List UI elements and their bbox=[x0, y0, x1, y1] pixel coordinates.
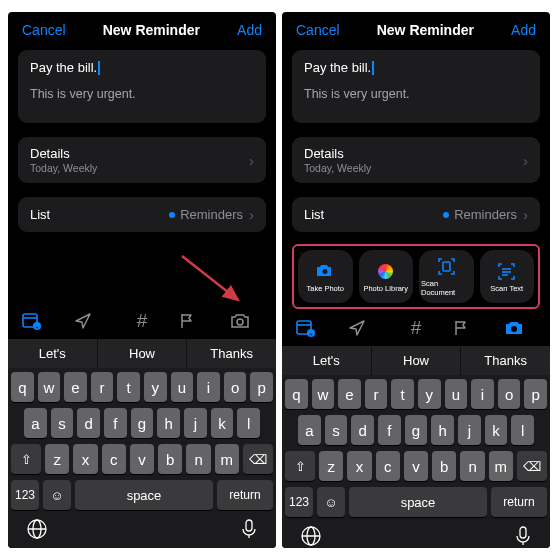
key-x[interactable]: x bbox=[347, 451, 371, 481]
key-t[interactable]: t bbox=[391, 379, 414, 409]
globe-icon[interactable] bbox=[26, 518, 48, 540]
keyboard[interactable]: qwertyuiop asdfghjkl ⇧ zxcvbnm ⌫ 123 ☺ s… bbox=[282, 375, 550, 523]
suggestion[interactable]: How bbox=[98, 339, 188, 368]
key-b[interactable]: b bbox=[158, 444, 182, 474]
key-z[interactable]: z bbox=[319, 451, 343, 481]
key-b[interactable]: b bbox=[432, 451, 456, 481]
calendar-icon[interactable]: + bbox=[296, 319, 328, 337]
key-v[interactable]: v bbox=[130, 444, 154, 474]
emoji-key[interactable]: ☺ bbox=[317, 487, 345, 517]
key-p[interactable]: p bbox=[524, 379, 547, 409]
cancel-button[interactable]: Cancel bbox=[296, 22, 340, 38]
space-key[interactable]: space bbox=[349, 487, 487, 517]
key-l[interactable]: l bbox=[237, 408, 260, 438]
key-n[interactable]: n bbox=[186, 444, 210, 474]
globe-icon[interactable] bbox=[300, 525, 322, 547]
reminder-notes-field[interactable]: This is very urgent. bbox=[304, 87, 528, 101]
space-key[interactable]: space bbox=[75, 480, 213, 510]
key-s[interactable]: s bbox=[325, 415, 348, 445]
reminder-note[interactable]: Pay the bill. This is very urgent. bbox=[292, 50, 540, 123]
key-e[interactable]: e bbox=[338, 379, 361, 409]
key-h[interactable]: h bbox=[431, 415, 454, 445]
flag-icon[interactable] bbox=[452, 319, 484, 337]
add-button[interactable]: Add bbox=[511, 22, 536, 38]
key-q[interactable]: q bbox=[11, 372, 34, 402]
mic-icon[interactable] bbox=[240, 518, 258, 540]
suggestion[interactable]: Thanks bbox=[461, 346, 550, 375]
list-row[interactable]: List Reminders › bbox=[18, 197, 266, 232]
key-a[interactable]: a bbox=[24, 408, 47, 438]
key-o[interactable]: o bbox=[498, 379, 521, 409]
suggestion[interactable]: Let's bbox=[282, 346, 372, 375]
reminder-title-field[interactable]: Pay the bill. bbox=[304, 60, 528, 75]
key-j[interactable]: j bbox=[184, 408, 207, 438]
key-g[interactable]: g bbox=[405, 415, 428, 445]
details-row[interactable]: Details Today, Weekly › bbox=[18, 137, 266, 183]
key-x[interactable]: x bbox=[73, 444, 97, 474]
key-u[interactable]: u bbox=[445, 379, 468, 409]
backspace-key[interactable]: ⌫ bbox=[243, 444, 273, 474]
scan-text-button[interactable]: Scan Text bbox=[480, 250, 535, 303]
key-y[interactable]: y bbox=[144, 372, 167, 402]
key-s[interactable]: s bbox=[51, 408, 74, 438]
numbers-key[interactable]: 123 bbox=[11, 480, 39, 510]
key-z[interactable]: z bbox=[45, 444, 69, 474]
key-c[interactable]: c bbox=[376, 451, 400, 481]
camera-icon[interactable] bbox=[230, 313, 262, 329]
add-button[interactable]: Add bbox=[237, 22, 262, 38]
key-k[interactable]: k bbox=[211, 408, 234, 438]
shift-key[interactable]: ⇧ bbox=[285, 451, 315, 481]
keyboard[interactable]: qwertyuiop asdfghjkl ⇧ zxcvbnm ⌫ 123 ☺ s… bbox=[8, 368, 276, 516]
key-l[interactable]: l bbox=[511, 415, 534, 445]
key-v[interactable]: v bbox=[404, 451, 428, 481]
return-key[interactable]: return bbox=[491, 487, 547, 517]
key-g[interactable]: g bbox=[131, 408, 154, 438]
key-q[interactable]: q bbox=[285, 379, 308, 409]
take-photo-button[interactable]: Take Photo bbox=[298, 250, 353, 303]
details-row[interactable]: Details Today, Weekly › bbox=[292, 137, 540, 183]
key-w[interactable]: w bbox=[38, 372, 61, 402]
key-y[interactable]: y bbox=[418, 379, 441, 409]
key-c[interactable]: c bbox=[102, 444, 126, 474]
key-e[interactable]: e bbox=[64, 372, 87, 402]
return-key[interactable]: return bbox=[217, 480, 273, 510]
hashtag-icon[interactable]: # bbox=[400, 317, 432, 339]
flag-icon[interactable] bbox=[178, 312, 210, 330]
key-t[interactable]: t bbox=[117, 372, 140, 402]
calendar-icon[interactable]: + bbox=[22, 312, 54, 330]
suggestion[interactable]: Thanks bbox=[187, 339, 276, 368]
mic-icon[interactable] bbox=[514, 525, 532, 547]
key-r[interactable]: r bbox=[365, 379, 388, 409]
key-d[interactable]: d bbox=[351, 415, 374, 445]
location-icon[interactable] bbox=[348, 319, 380, 337]
list-row[interactable]: List Reminders › bbox=[292, 197, 540, 232]
key-n[interactable]: n bbox=[460, 451, 484, 481]
suggestion[interactable]: How bbox=[372, 346, 462, 375]
key-f[interactable]: f bbox=[378, 415, 401, 445]
reminder-title-field[interactable]: Pay the bill. bbox=[30, 60, 254, 75]
emoji-key[interactable]: ☺ bbox=[43, 480, 71, 510]
cancel-button[interactable]: Cancel bbox=[22, 22, 66, 38]
key-j[interactable]: j bbox=[458, 415, 481, 445]
location-icon[interactable] bbox=[74, 312, 106, 330]
key-o[interactable]: o bbox=[224, 372, 247, 402]
key-h[interactable]: h bbox=[157, 408, 180, 438]
numbers-key[interactable]: 123 bbox=[285, 487, 313, 517]
key-m[interactable]: m bbox=[489, 451, 513, 481]
key-u[interactable]: u bbox=[171, 372, 194, 402]
shift-key[interactable]: ⇧ bbox=[11, 444, 41, 474]
backspace-key[interactable]: ⌫ bbox=[517, 451, 547, 481]
key-i[interactable]: i bbox=[197, 372, 220, 402]
key-w[interactable]: w bbox=[312, 379, 335, 409]
reminder-notes-field[interactable]: This is very urgent. bbox=[30, 87, 254, 101]
suggestion[interactable]: Let's bbox=[8, 339, 98, 368]
hashtag-icon[interactable]: # bbox=[126, 310, 158, 332]
key-r[interactable]: r bbox=[91, 372, 114, 402]
reminder-note[interactable]: Pay the bill. This is very urgent. bbox=[18, 50, 266, 123]
key-i[interactable]: i bbox=[471, 379, 494, 409]
key-p[interactable]: p bbox=[250, 372, 273, 402]
key-d[interactable]: d bbox=[77, 408, 100, 438]
scan-document-button[interactable]: Scan Document bbox=[419, 250, 474, 303]
photo-library-button[interactable]: Photo Library bbox=[359, 250, 414, 303]
camera-icon[interactable] bbox=[504, 320, 536, 336]
